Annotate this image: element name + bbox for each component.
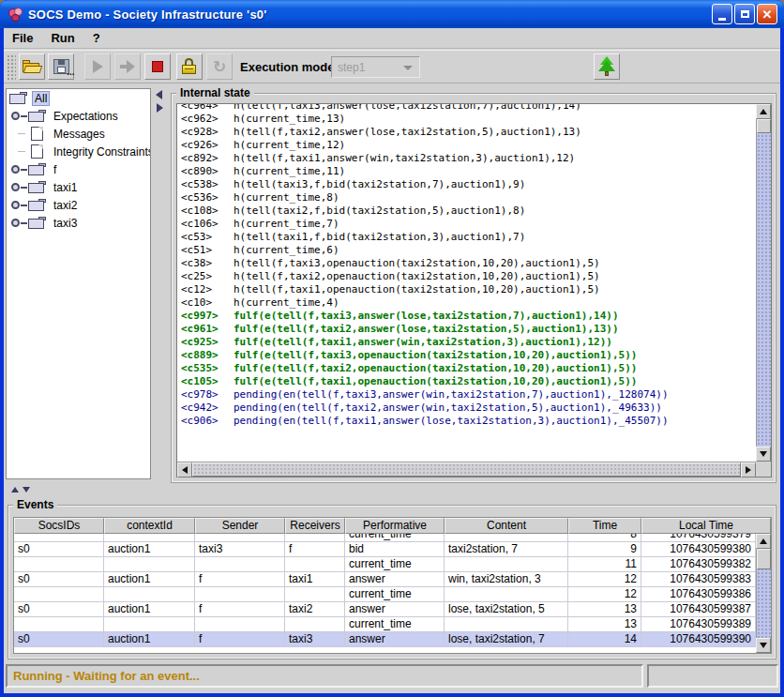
tree-item-taxi1[interactable]: taxi1 [7, 178, 150, 196]
state-line: <c889>fulf(e(tell(f,taxi3,openauction(ta… [177, 349, 756, 362]
tree-item-label: f [51, 162, 59, 177]
close-button[interactable]: ✕ [757, 4, 777, 24]
scrollbar-thumb[interactable] [192, 462, 741, 477]
scroll-up-button[interactable] [756, 534, 771, 549]
column-header-socsids[interactable]: SocsIDs [14, 518, 104, 534]
state-vertical-scrollbar[interactable] [756, 104, 771, 462]
menu-file[interactable]: File [12, 31, 33, 45]
state-line-body: h(current_time,8) [234, 191, 339, 204]
table-row[interactable]: current_time81076430599379 [14, 534, 756, 542]
maximize-button[interactable] [734, 4, 755, 24]
scroll-left-button[interactable] [177, 462, 192, 477]
tree-item-expectations[interactable]: Expectations [7, 107, 150, 125]
tree-item-all[interactable]: All [7, 89, 150, 107]
expand-handle-icon[interactable] [9, 111, 28, 122]
execution-mode-select[interactable]: step1 [331, 56, 420, 78]
tree-item-integrity-constraints[interactable]: Integrity Constraints [7, 143, 150, 160]
state-line: <c964>h(tell(f,taxi3,answer(lose,taxi2st… [177, 104, 756, 113]
horizontal-split-divider[interactable] [4, 485, 780, 494]
events-vertical-scrollbar[interactable] [756, 534, 771, 653]
scroll-down-button[interactable] [756, 638, 771, 653]
toolbar-drag-handle[interactable] [7, 54, 16, 80]
app-icon [8, 7, 23, 23]
expand-handle-icon[interactable] [9, 218, 28, 229]
collapse-right-icon[interactable] [157, 103, 163, 113]
state-line: <c536>h(current_time,8) [177, 191, 756, 205]
arrow-down-icon [760, 643, 767, 648]
collapse-up-icon[interactable] [11, 487, 19, 492]
refresh-button[interactable]: ↻ [206, 53, 233, 80]
expand-handle-icon[interactable] [9, 182, 28, 193]
table-cell: s0 [14, 542, 104, 557]
menu-bar: File Run ? [4, 28, 780, 49]
status-message-panel: Running - Waiting for an event... [6, 664, 643, 688]
internal-state-panel: Internal state <c964>h(tell(f,taxi3,answ… [169, 84, 778, 485]
state-line: <c890>h(current_time,11) [177, 165, 756, 178]
scrollbar-thumb[interactable] [757, 549, 771, 569]
column-header-performative[interactable]: Performative [345, 518, 445, 534]
table-row[interactable]: s0auction1ftaxi3answerlose, taxi2station… [14, 632, 756, 647]
arrow-up-icon [760, 538, 767, 544]
internal-state-textarea[interactable]: <c964>h(tell(f,taxi3,answer(lose,taxi2st… [177, 104, 756, 462]
menu-help[interactable]: ? [93, 31, 100, 45]
open-folder-icon [23, 60, 41, 73]
lock-button[interactable] [176, 53, 203, 80]
tree-item-f[interactable]: f [7, 160, 150, 178]
table-cell [445, 534, 568, 542]
stop-button[interactable] [144, 53, 171, 80]
tree-item-label: Expectations [51, 109, 121, 124]
scroll-right-button[interactable] [741, 462, 756, 477]
table-row[interactable]: current_time121076430599386 [14, 587, 756, 602]
collapse-left-icon[interactable] [156, 90, 162, 99]
column-header-time[interactable]: Time [568, 518, 641, 534]
table-cell: taxi1 [285, 572, 345, 587]
table-cell: 12 [568, 572, 641, 587]
tree-item-label: taxi2 [51, 198, 80, 213]
scroll-up-button[interactable] [756, 104, 771, 119]
state-line-body: fulf(e(tell(f,taxi3,openauction(taxi2sta… [234, 349, 637, 361]
society-tree-button[interactable] [594, 53, 620, 80]
step-button[interactable] [114, 53, 141, 80]
title-bar[interactable]: SOCS Demo - Society Infrastructure 's0' … [0, 0, 784, 28]
tree-item-messages[interactable]: Messages [7, 125, 150, 143]
status-secondary-panel [647, 664, 778, 688]
expand-handle-icon[interactable] [9, 164, 28, 175]
menu-run[interactable]: Run [51, 31, 74, 45]
tree-item-taxi3[interactable]: taxi3 [7, 214, 150, 232]
open-button[interactable] [19, 53, 45, 80]
state-line-id: <c964> [177, 104, 234, 113]
column-header-sender[interactable]: Sender [195, 518, 285, 534]
table-cell: current_time [345, 557, 445, 572]
state-line-body: fulf(e(tell(f,taxi2,answer(lose,taxi2sta… [234, 323, 619, 335]
expand-handle-icon[interactable] [9, 200, 28, 211]
state-line: <c962>h(current_time,13) [177, 113, 756, 126]
table-row[interactable]: s0auction1ftaxi1answerwin, taxi2station,… [14, 572, 756, 587]
tree-item-taxi2[interactable]: taxi2 [7, 196, 150, 214]
column-header-content[interactable]: Content [445, 518, 568, 534]
table-cell [285, 617, 345, 632]
state-line: <c51>h(current_time,6) [177, 244, 756, 257]
table-row[interactable]: s0auction1taxi3fbidtaxi2station, 7910764… [14, 542, 756, 557]
scrollbar-thumb[interactable] [757, 119, 771, 133]
table-cell [14, 587, 104, 602]
status-message: Running - Waiting for an event... [13, 669, 200, 683]
table-cell: auction1 [104, 572, 195, 587]
state-line-body: h(tell(f,taxi3,answer(lose,taxi2station,… [234, 104, 581, 112]
events-header-row: SocsIDscontextIdSenderReceiversPerformat… [14, 518, 771, 534]
run-button[interactable] [84, 53, 111, 80]
vertical-split-divider[interactable] [153, 86, 167, 483]
table-row[interactable]: current_time131076430599389 [14, 617, 756, 632]
state-line-body: fulf(e(tell(f,taxi1,openauction(taxi2sta… [234, 375, 637, 387]
minimize-button[interactable] [712, 4, 732, 24]
state-horizontal-scrollbar[interactable] [177, 462, 756, 477]
column-header-contextid[interactable]: contextId [104, 518, 195, 534]
save-button[interactable]: ... [48, 53, 74, 80]
column-header-receivers[interactable]: Receivers [285, 518, 345, 534]
column-header-local-time[interactable]: Local Time [641, 518, 771, 534]
table-cell: 13 [568, 617, 641, 632]
table-row[interactable]: s0auction1ftaxi2answerlose, taxi2station… [14, 602, 756, 617]
scroll-down-button[interactable] [756, 447, 771, 462]
table-row[interactable]: current_time111076430599382 [14, 557, 756, 572]
state-line-id: <c10> [177, 296, 234, 310]
collapse-down-icon[interactable] [23, 487, 30, 492]
